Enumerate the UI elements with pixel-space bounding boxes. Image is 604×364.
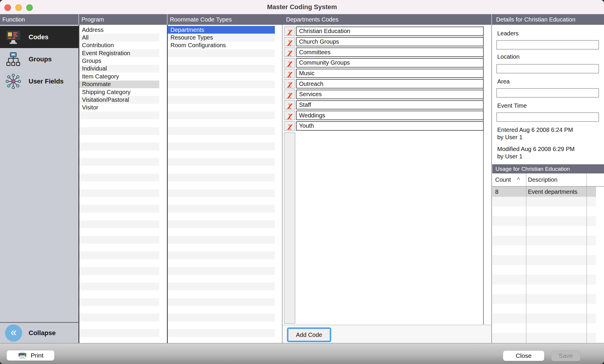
location-field[interactable] — [496, 64, 599, 73]
add-code-button[interactable]: Add Code — [287, 327, 331, 342]
program-list-item[interactable]: Visitor — [79, 104, 159, 112]
code-name-field[interactable]: Services — [296, 90, 484, 99]
delete-code-button[interactable]: χ — [284, 47, 295, 57]
sidebar-item-label: Codes — [29, 33, 48, 41]
delete-x-icon: χ — [287, 101, 292, 109]
column-header-bar: Function Program Roommate Code Types Dep… — [0, 14, 604, 25]
delete-x-icon: χ — [287, 91, 292, 98]
program-list-item[interactable]: Roommate — [79, 81, 159, 88]
area-field[interactable] — [496, 88, 599, 98]
program-list-item[interactable]: Visitation/Pastoral — [79, 96, 159, 104]
code-name-field[interactable]: Committees — [296, 47, 484, 57]
delete-code-button[interactable]: χ — [284, 37, 295, 47]
code-type-item[interactable]: Room Configurations — [168, 42, 275, 49]
code-name-field[interactable]: Staff — [296, 100, 484, 110]
collapse-double-chevron-icon: « — [5, 324, 22, 342]
program-list: AddressAllContributionEvent Registration… — [79, 25, 167, 343]
usage-column-separator — [526, 173, 526, 343]
program-list-item[interactable]: Contribution — [79, 42, 159, 49]
header-details: Details for Christian Education — [496, 14, 575, 25]
close-button[interactable]: Close — [503, 350, 544, 361]
code-name-field[interactable]: Weddings — [296, 111, 484, 120]
header-departments-codes: Departments Codes — [286, 14, 339, 25]
close-window-icon[interactable] — [4, 4, 11, 11]
code-name-field[interactable]: Music — [296, 69, 484, 78]
details-panel: Leaders Location Area Event Time Entered… — [492, 25, 604, 343]
header-roommate-code-types: Roommate Code Types — [170, 14, 232, 25]
usage-title: Usage for Christian Education — [495, 166, 570, 172]
sidebar-item-groups[interactable]: Groups — [0, 48, 78, 70]
delete-code-button[interactable]: χ — [284, 58, 295, 68]
delete-x-icon: χ — [287, 70, 292, 77]
delete-code-button[interactable]: χ — [284, 100, 295, 110]
code-name-field[interactable]: Christian Education — [296, 27, 484, 36]
column-divider — [282, 25, 283, 343]
area-label: Area — [497, 78, 510, 85]
add-code-label: Add Code — [296, 332, 322, 338]
delete-code-button[interactable]: χ — [284, 121, 295, 131]
usage-column-separator — [586, 173, 587, 343]
code-type-item[interactable]: Resource Types — [168, 34, 275, 41]
code-name-field[interactable]: Church Groups — [296, 37, 484, 47]
zoom-window-icon[interactable] — [26, 4, 33, 11]
program-list-item[interactable]: Shipping Category — [79, 88, 159, 96]
header-program: Program — [81, 14, 104, 25]
print-button[interactable]: Print — [6, 350, 55, 361]
delete-x-icon: χ — [287, 49, 292, 56]
program-list-item[interactable]: Address — [79, 26, 159, 34]
event-time-field[interactable] — [496, 112, 599, 122]
delete-code-button[interactable]: χ — [284, 111, 295, 120]
program-list-item[interactable]: All — [79, 34, 159, 41]
collapse-button[interactable]: « Collapse — [0, 323, 78, 343]
delete-x-icon: χ — [287, 112, 292, 119]
usage-description-header[interactable]: Description — [528, 173, 557, 186]
usage-table-header: Count ^ Description — [492, 173, 604, 187]
program-list-item[interactable]: Event Registration — [79, 49, 159, 57]
delete-code-button[interactable]: χ — [284, 69, 295, 78]
usage-count-header[interactable]: Count — [495, 173, 511, 186]
sort-ascending-icon[interactable]: ^ — [517, 173, 520, 186]
delete-code-button[interactable]: χ — [284, 27, 295, 36]
code-type-item[interactable]: Departments — [168, 26, 275, 34]
code-name-field[interactable]: Youth — [296, 121, 484, 131]
delete-x-icon: χ — [287, 28, 292, 35]
column-divider — [491, 25, 492, 343]
collapse-label: Collapse — [29, 329, 56, 337]
sidebar-item-codes[interactable]: Codes — [0, 26, 78, 48]
printer-icon — [18, 351, 27, 360]
program-list-item[interactable]: Groups — [79, 57, 159, 65]
minimize-window-icon[interactable] — [15, 4, 22, 11]
save-button[interactable]: Save — [551, 350, 580, 361]
empty-delete-column — [284, 132, 295, 324]
usage-table-stripes — [492, 197, 596, 343]
leaders-field[interactable] — [496, 40, 599, 50]
usage-count-cell: 8 — [495, 187, 498, 197]
bottom-toolbar: Print Close Save — [0, 343, 604, 364]
department-codes-panel: χChristian EducationχChurch GroupsχCommi… — [283, 25, 491, 343]
code-name-field[interactable]: Community Groups — [296, 58, 484, 68]
leaders-label: Leaders — [497, 30, 518, 37]
delete-x-icon: χ — [287, 38, 292, 45]
title-bar: Master Coding System — [0, 0, 604, 14]
save-label: Save — [559, 352, 573, 359]
sidebar-item-user-fields[interactable]: User Fields — [0, 70, 78, 92]
codes-monitor-icon — [4, 28, 22, 46]
delete-code-button[interactable]: χ — [284, 79, 295, 88]
column-divider — [78, 25, 79, 343]
location-label: Location — [497, 53, 520, 60]
program-list-item[interactable]: Item Category — [79, 73, 159, 80]
usage-table-row[interactable]: 8Event departments — [492, 187, 596, 197]
delete-x-icon: χ — [287, 122, 292, 129]
delete-x-icon: χ — [287, 80, 292, 87]
groups-orgchart-icon — [4, 50, 22, 68]
delete-code-button[interactable]: χ — [284, 90, 295, 99]
program-list-item[interactable]: Individual — [79, 65, 159, 73]
code-types-list: DepartmentsResource TypesRoom Configurat… — [168, 25, 282, 343]
print-label: Print — [31, 352, 43, 359]
entered-info: Entered Aug 6 2008 6:24 PMby User 1 — [497, 126, 573, 141]
sidebar-item-label: User Fields — [29, 78, 64, 85]
code-name-field[interactable]: Outreach — [296, 79, 484, 88]
delete-x-icon: χ — [287, 59, 292, 66]
sidebar-item-label: Groups — [29, 55, 52, 63]
page-title: Master Coding System — [267, 3, 337, 11]
